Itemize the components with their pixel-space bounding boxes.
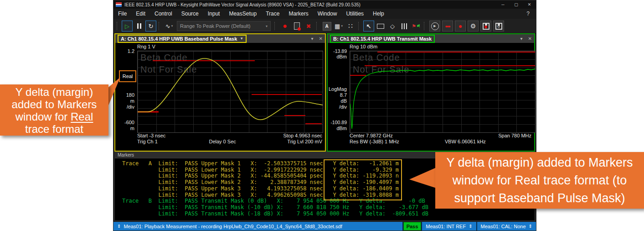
zoom-select-button[interactable]	[375, 21, 386, 31]
pass-status-badge: Pass	[403, 222, 422, 231]
layout-button[interactable]: ▦▾	[333, 21, 344, 31]
left-annotation-callout: Y delta (margin) added to Markers window…	[0, 84, 108, 136]
menu-markers[interactable]: Markers	[284, 9, 313, 18]
playback-settings-button[interactable]: ⚙	[468, 21, 479, 31]
menu-meassetup[interactable]: MeasSetup	[224, 9, 261, 18]
pause-button[interactable]	[134, 21, 144, 31]
status-intref-text: Meas01: INT REF	[426, 224, 466, 229]
plot-area-b[interactable]: Beta Code Not For Sale	[350, 51, 536, 133]
toolbar-separator	[117, 22, 119, 30]
trace-b-spectrum	[350, 69, 535, 129]
chevron-down-icon: ▼	[240, 37, 243, 41]
status-bar: ⇕ Meas01: Playback Measurement - recordi…	[113, 222, 536, 231]
callout-line: Y delta (margin)	[0, 86, 108, 98]
floppy-gear-icon: ⚙	[495, 23, 502, 30]
trace-a-title[interactable]: A: Ch1 802.15.4 HRP UWB Baseband Pulse M…	[118, 35, 247, 43]
menu-edit[interactable]: Edit	[131, 9, 150, 18]
floppy-record-icon	[483, 23, 489, 30]
window-title: IEEE 802.15.4 HRP UWB - Keysight PathWav…	[124, 2, 361, 7]
playback-record-button[interactable]: ●	[455, 21, 466, 31]
menu-source[interactable]: Source	[177, 9, 203, 18]
trace-a-range-label: Rng 1 V	[137, 44, 155, 49]
range-tool-button[interactable]: ∿▾	[164, 21, 175, 31]
gear-icon: ⚙	[470, 22, 476, 30]
callout-line: support Baseband Pulse Mask)	[435, 189, 644, 207]
chevron-down-icon: ▾	[266, 24, 268, 28]
trace-a-xaxis-line1: Start -3 nsec Stop 4.9963 nsec	[137, 133, 322, 138]
flag-green-icon: ⚑	[416, 23, 421, 29]
record-icon: ●	[283, 22, 287, 30]
menu-input[interactable]: Input	[203, 9, 225, 18]
range-dropdown-value: Range To Peak Power (Default)	[180, 23, 251, 29]
play-circle-icon: ▶	[431, 22, 439, 30]
menu-help[interactable]: Help	[368, 9, 389, 18]
select-tool-button[interactable]: ↖	[363, 21, 374, 31]
close-icon[interactable]: ✕	[528, 36, 532, 41]
trace-a-title-text: A: Ch1 802.15.4 HRP UWB Baseband Pulse M…	[121, 36, 237, 42]
chevron-down-icon[interactable]: ▾	[520, 36, 523, 41]
trace-b-ybottom-value: -100.89	[328, 120, 347, 125]
toolbar-separator	[316, 22, 319, 30]
markers-panel-title: Markers	[118, 152, 134, 158]
trace-b-xaxis-line1: Center 7.9872 GHz Span 780 MHz	[350, 133, 531, 138]
pause-icon	[137, 23, 141, 29]
discard-recording-button[interactable]: ✖	[303, 21, 314, 31]
trace-a-waveform	[138, 58, 323, 120]
close-icon[interactable]: ✕	[319, 36, 323, 41]
play-button[interactable]: ▷	[122, 21, 133, 31]
play-triangle-icon: ▶	[433, 24, 436, 28]
menu-control[interactable]: Control	[150, 9, 177, 18]
status-measurement-text: Meas01: Playback Measurement - recording…	[124, 224, 342, 229]
trace-b-ytop-unit: dBm	[328, 54, 347, 59]
trace-a-window-controls: ▾ ✕	[311, 36, 323, 41]
trace-b-title-text: B: Ch1 802.15.4 HRP UWB Transmit Mask	[333, 36, 432, 42]
trace-b-titlebar: B: Ch1 802.15.4 HRP UWB Transmit Mask ▾ …	[328, 34, 534, 43]
trace-a-format-badge: Real	[119, 70, 136, 82]
save-setup-button[interactable]: ⚙	[493, 21, 504, 31]
marker-button[interactable]: ◇	[387, 21, 398, 31]
menu-window[interactable]: Window	[313, 9, 342, 18]
layout-grid-icon: ▦	[335, 23, 340, 30]
status-int-ref[interactable]: Meas01: INT REF ⇕	[422, 222, 476, 231]
record-button[interactable]: ●	[279, 21, 290, 31]
band-marker-button[interactable]	[399, 21, 410, 31]
window-controls: ─ ▢ ✕	[496, 0, 536, 9]
recording-file-button[interactable]	[291, 21, 302, 31]
save-recording-button[interactable]	[480, 21, 491, 31]
trace-a-triglvl-label: Trig Lvl 200 mV	[287, 139, 322, 144]
trace-a-stop-label: Stop 4.9963 nsec	[283, 133, 322, 138]
trace-a-titlebar: A: Ch1 802.15.4 HRP UWB Baseband Pulse M…	[115, 34, 325, 43]
help-icon[interactable]: ?	[520, 10, 536, 17]
restart-button[interactable]: ↻	[145, 21, 156, 31]
trace-b-title[interactable]: B: Ch1 802.15.4 HRP UWB Transmit Mask	[330, 35, 435, 43]
updown-icon[interactable]: ⇕	[117, 224, 121, 229]
trace-b-div-unit: dB	[328, 98, 347, 104]
trace-b-range-label: Rng 10 dBm	[350, 44, 377, 49]
menu-utilities[interactable]: Utilities	[341, 9, 368, 18]
trace-a-ytop-label: 1.2	[115, 48, 134, 54]
flag-red-icon: ⚑	[412, 23, 416, 29]
chevron-down-icon: ▾	[341, 24, 343, 28]
limit-flags-button[interactable]: ⚑⚑	[411, 21, 422, 31]
status-cal[interactable]: Meas01: CAL: None ⇕	[477, 222, 536, 231]
trace-a-div-value: 180	[115, 92, 134, 98]
trace-b-vbw-label: VBW 6.06061 kHz	[445, 139, 486, 144]
callout-line: trace format	[0, 123, 108, 135]
close-icon[interactable]: ✕	[523, 0, 536, 9]
playback-play-button[interactable]: ▶	[429, 21, 440, 31]
updown-icon[interactable]: ⇕	[469, 224, 472, 229]
menu-trace[interactable]: Trace	[261, 9, 284, 18]
menu-file[interactable]: File	[113, 9, 131, 18]
trace-data-button[interactable]: ∷	[345, 21, 356, 31]
updown-icon[interactable]: ⇕	[529, 224, 532, 229]
chevron-down-icon[interactable]: ▾	[311, 36, 314, 41]
range-dropdown[interactable]: Range To Peak Power (Default) ▾	[177, 21, 271, 31]
annotation-button[interactable]: A	[321, 21, 332, 31]
minimize-icon[interactable]: ─	[496, 0, 510, 9]
playback-segments-button[interactable]: •••	[442, 21, 453, 31]
diamond-marker-icon: ◇	[390, 23, 395, 30]
trace-b-ytop-value: -13.89	[328, 48, 347, 54]
maximize-icon[interactable]: ▢	[510, 0, 523, 9]
plot-area-a[interactable]: Beta Code Not For Sale	[137, 51, 323, 133]
status-measurement[interactable]: ⇕ Meas01: Playback Measurement - recordi…	[113, 222, 402, 231]
